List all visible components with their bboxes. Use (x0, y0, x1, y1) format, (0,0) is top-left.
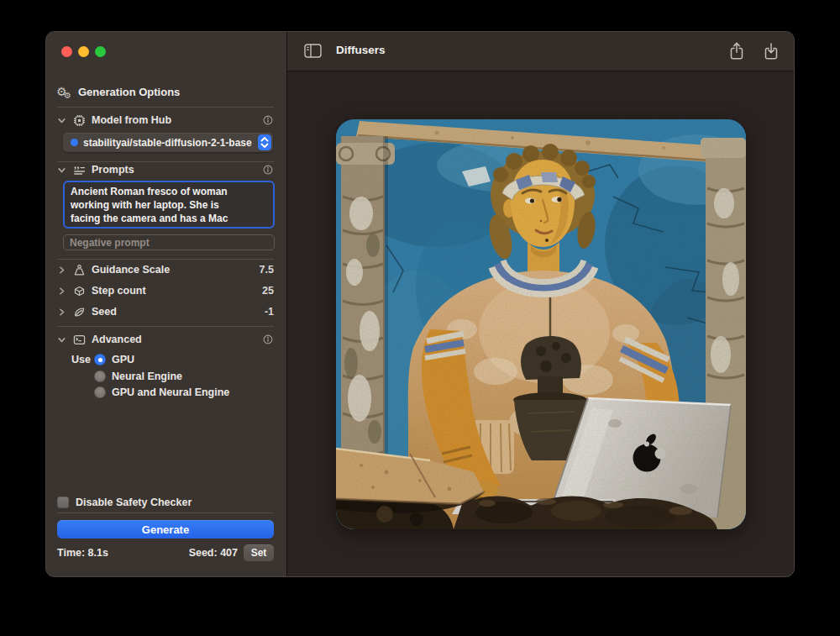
safety-label: Disable Safety Checker (76, 497, 192, 508)
time-status: Time: 8.1s (57, 547, 108, 559)
step-count-label: Step count (92, 285, 146, 297)
prompt-text: Ancient Roman fresco of woman working wi… (71, 185, 267, 225)
prompts-section-label: Prompts (92, 164, 134, 176)
advanced-section-row: Advanced (56, 332, 274, 347)
share-icon[interactable] (728, 41, 745, 60)
chevron-down-icon[interactable] (56, 115, 67, 126)
gears-icon: ⚙⚙ (56, 86, 73, 97)
guidance-scale-row: Guidance Scale 7.5 (56, 262, 274, 277)
negative-prompt-input[interactable] (63, 234, 275, 250)
radio-gpu[interactable]: GPU (94, 353, 134, 366)
main-area: Diffusers (287, 32, 794, 576)
info-icon[interactable] (262, 164, 274, 176)
safety-row: Disable Safety Checker (57, 495, 274, 510)
chevron-down-icon[interactable] (56, 165, 67, 176)
zoom-button[interactable] (95, 46, 106, 57)
seed-status: Seed: 407 (189, 547, 238, 559)
window-title: Diffusers (336, 44, 386, 56)
cpu-chip-icon (72, 113, 87, 128)
model-popup-button[interactable]: stabilityai/stable-diffusion-2-1-base (63, 133, 273, 152)
seed-row: Seed -1 (56, 304, 274, 319)
guidance-scale-label: Guidance Scale (92, 264, 170, 276)
radio-gpu-and-neural-engine[interactable]: GPU and Neural Engine (94, 386, 229, 399)
divider (57, 326, 274, 327)
use-label: Use (71, 354, 91, 365)
text-quote-icon (72, 163, 87, 177)
window-controls (61, 46, 106, 57)
seed-value: -1 (265, 306, 274, 318)
model-status-dot (71, 139, 78, 146)
model-selected-value: stabilityai/stable-diffusion-2-1-base (83, 137, 255, 149)
info-icon[interactable] (262, 334, 274, 345)
divider (57, 107, 274, 108)
leaf-icon (72, 305, 87, 319)
chevron-right-icon[interactable] (56, 286, 67, 297)
safety-checkbox[interactable] (57, 497, 69, 508)
step-count-value: 25 (262, 285, 274, 297)
info-icon[interactable] (262, 114, 274, 126)
divider (57, 259, 274, 260)
toolbar: Diffusers (287, 32, 794, 71)
step-count-row: Step count 25 (56, 283, 274, 298)
chevron-right-icon[interactable] (56, 307, 67, 318)
sidebar-header: ⚙⚙ Generation Options (56, 84, 274, 99)
set-seed-button[interactable]: Set (244, 544, 274, 561)
generate-button[interactable]: Generate (57, 520, 274, 539)
seed-label: Seed (92, 306, 117, 318)
chevron-right-icon[interactable] (56, 265, 67, 276)
close-button[interactable] (61, 46, 72, 57)
terminal-icon (72, 333, 87, 347)
chevron-down-icon[interactable] (56, 334, 67, 345)
prompts-section-row: Prompts (56, 162, 274, 177)
steps-cube-icon (72, 284, 87, 298)
model-section-row: Model from Hub (56, 113, 274, 128)
save-image-icon[interactable] (763, 41, 780, 60)
radio-button[interactable] (94, 354, 106, 365)
guidance-scale-value: 7.5 (260, 264, 274, 276)
model-section-label: Model from Hub (92, 114, 171, 126)
scale-mass-icon (72, 263, 87, 277)
advanced-section-label: Advanced (92, 334, 142, 345)
fresco-art (336, 119, 746, 529)
radio-button[interactable] (94, 386, 106, 398)
sidebar-title: Generation Options (78, 86, 180, 98)
app-window: ⚙⚙ Generation Options Model from Hub (46, 32, 794, 576)
popup-stepper-icon (258, 134, 271, 150)
generated-image (336, 119, 746, 529)
minimize-button[interactable] (78, 46, 89, 57)
divider (57, 512, 274, 513)
prompt-textarea[interactable]: Ancient Roman fresco of woman working wi… (63, 181, 275, 229)
radio-neural-engine[interactable]: Neural Engine (94, 370, 182, 383)
sidebar-toggle-icon[interactable] (304, 44, 322, 58)
radio-button[interactable] (94, 371, 106, 382)
sidebar: ⚙⚙ Generation Options Model from Hub (46, 32, 287, 576)
